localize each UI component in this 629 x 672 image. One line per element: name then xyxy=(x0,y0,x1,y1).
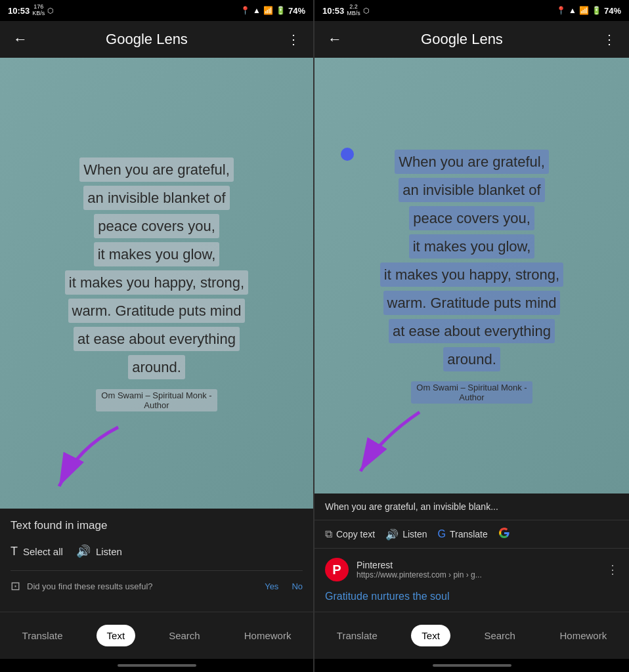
quote-line-r6: warm. Gratitude puts mind xyxy=(383,291,561,315)
signal-icon-right: 📶 xyxy=(579,6,589,15)
menu-button-left[interactable]: ⋮ xyxy=(282,26,305,52)
quote-text-right: When you are grateful, an invisible blan… xyxy=(380,148,563,373)
google-icon xyxy=(498,527,510,541)
time-left: 10:53 xyxy=(8,6,30,16)
quote-line-r1: When you are grateful, xyxy=(395,150,549,174)
quote-line-r7: at ease about everything xyxy=(389,319,555,343)
nav-homework-right[interactable]: Homework xyxy=(550,625,618,646)
status-right-left: 📍 ▲ 📶 🔋 74% xyxy=(240,6,305,16)
data-speed-left: 176KB/s xyxy=(32,4,45,17)
text-found-label: Text found in image xyxy=(11,519,303,532)
status-left: 10:53 176KB/s ⬡ xyxy=(8,4,54,17)
text-icon: T xyxy=(11,545,18,558)
wifi-icon: ▲ xyxy=(253,6,261,15)
feedback-question: Did you find these results useful? xyxy=(27,581,258,591)
quote-line-4: it makes you glow, xyxy=(94,242,220,266)
quote-text-left: When you are grateful, an invisible blan… xyxy=(65,156,248,381)
menu-button-right[interactable]: ⋮ xyxy=(597,26,621,52)
pinterest-result: P Pinterest https://www.pinterest.com › … xyxy=(314,549,629,591)
battery-left: 74% xyxy=(288,6,305,16)
copy-icon: ⧉ xyxy=(325,528,332,540)
translate-label: Translate xyxy=(450,529,488,539)
pinterest-name: Pinterest xyxy=(357,560,599,570)
home-bar-right xyxy=(433,664,511,667)
nav-translate-left[interactable]: Translate xyxy=(12,625,74,646)
battery-right: 74% xyxy=(604,6,621,16)
back-button-left[interactable]: ← xyxy=(8,26,33,53)
quote-line-r5: it makes you happy, strong, xyxy=(380,262,563,287)
quote-line-6: warm. Gratitude puts mind xyxy=(68,299,246,323)
pinterest-menu-button[interactable]: ⋮ xyxy=(607,562,618,577)
home-bar-left xyxy=(118,664,196,667)
status-bar-left: 10:53 176KB/s ⬡ 📍 ▲ 📶 🔋 74% xyxy=(0,0,313,21)
battery-icon-right: 🔋 xyxy=(592,6,601,15)
back-button-right[interactable]: ← xyxy=(322,26,347,53)
app-title-left: Google Lens xyxy=(38,31,255,48)
bottom-panel-left: Text found in image T Select all 🔊 Liste… xyxy=(0,509,313,612)
nav-homework-left[interactable]: Homework xyxy=(234,625,302,646)
select-all-button[interactable]: T Select all xyxy=(11,542,63,561)
nav-text-right[interactable]: Text xyxy=(411,625,450,646)
feedback-yes-button[interactable]: Yes xyxy=(265,581,278,591)
location-icon-right: 📍 xyxy=(556,6,566,15)
quote-line-r8: around. xyxy=(443,347,500,371)
translate-icon: G xyxy=(438,528,446,540)
nav-search-right[interactable]: Search xyxy=(473,625,526,646)
quote-line-5: it makes you happy, strong, xyxy=(65,270,248,295)
status-bar-right: 10:53 2.2MB/s ⬡ 📍 ▲ 📶 🔋 74% xyxy=(314,0,629,21)
location-icon: 📍 xyxy=(240,6,250,15)
quote-line-r3: peace covers you, xyxy=(409,206,534,230)
top-bar-right: ← Google Lens ⋮ xyxy=(314,21,629,58)
signal-icon: 📶 xyxy=(263,6,273,15)
listen-button-left[interactable]: 🔊 Listen xyxy=(76,541,122,561)
quote-line-3: peace covers you, xyxy=(94,214,219,238)
copy-action-row: ⧉ Copy text 🔊 Listen G Translate xyxy=(314,520,629,549)
google-button[interactable] xyxy=(498,527,510,541)
feedback-row: ⊡ Did you find these results useful? Yes… xyxy=(11,570,303,601)
record-icon: ⬡ xyxy=(47,7,54,15)
bottom-nav-left: Translate Text Search Homework xyxy=(0,612,313,659)
nav-search-left[interactable]: Search xyxy=(158,625,211,646)
home-indicator-right xyxy=(314,659,629,672)
translate-button[interactable]: G Translate xyxy=(438,528,488,540)
pinterest-info: Pinterest https://www.pinterest.com › pi… xyxy=(357,560,599,579)
left-panel: 10:53 176KB/s ⬡ 📍 ▲ 📶 🔋 74% ← Google Len… xyxy=(0,0,314,672)
author-left: Om Swami – Spiritual Monk - Author xyxy=(96,389,217,411)
quote-bg-right: When you are grateful, an invisible blan… xyxy=(314,58,629,494)
status-left-right: 10:53 2.2MB/s ⬡ xyxy=(322,4,370,17)
quote-line-1: When you are grateful, xyxy=(79,158,234,182)
wifi-icon-right: ▲ xyxy=(569,6,576,15)
author-right: Om Swami – Spiritual Monk - Author xyxy=(411,381,532,404)
pinterest-url: https://www.pinterest.com › pin › g... xyxy=(357,570,599,579)
quote-line-7: at ease about everything xyxy=(74,327,240,351)
copy-text-label: Copy text xyxy=(336,529,375,539)
selection-handle xyxy=(341,148,354,161)
nav-text-left[interactable]: Text xyxy=(97,625,136,646)
quote-bg-left: When you are grateful, an invisible blan… xyxy=(0,58,313,509)
status-right-right: 📍 ▲ 📶 🔋 74% xyxy=(556,6,621,16)
action-row-left: T Select all 🔊 Listen xyxy=(11,541,303,561)
data-speed-right: 2.2MB/s xyxy=(347,4,360,17)
time-right: 10:53 xyxy=(322,6,344,16)
battery-icon: 🔋 xyxy=(276,6,286,15)
bottom-nav-right: Translate Text Search Homework xyxy=(314,612,629,659)
image-area-left: When you are grateful, an invisible blan… xyxy=(0,58,313,509)
record-icon-right: ⬡ xyxy=(363,7,370,15)
copy-text-button[interactable]: ⧉ Copy text xyxy=(325,528,375,540)
app-title-right: Google Lens xyxy=(353,31,571,48)
quote-line-2: an invisible blanket of xyxy=(83,186,229,210)
results-panel: When you are grateful, an invisible blan… xyxy=(314,494,629,612)
home-indicator-left xyxy=(0,659,313,672)
result-preview: When you are grateful, an invisible blan… xyxy=(314,494,629,520)
quote-line-r2: an invisible blanket of xyxy=(399,178,544,202)
quote-line-8: around. xyxy=(128,355,185,379)
listen-label-left: Listen xyxy=(96,546,122,557)
right-panel: 10:53 2.2MB/s ⬡ 📍 ▲ 📶 🔋 74% ← Google Len… xyxy=(314,0,629,672)
pinterest-logo: P xyxy=(325,558,349,581)
gratitude-link[interactable]: Gratitude nurtures the soul xyxy=(314,591,629,612)
speaker-icon-left: 🔊 xyxy=(76,544,91,558)
select-all-label: Select all xyxy=(23,546,63,557)
feedback-no-button[interactable]: No xyxy=(292,581,303,591)
nav-translate-right[interactable]: Translate xyxy=(326,625,388,646)
listen-button-right[interactable]: 🔊 Listen xyxy=(385,528,427,541)
